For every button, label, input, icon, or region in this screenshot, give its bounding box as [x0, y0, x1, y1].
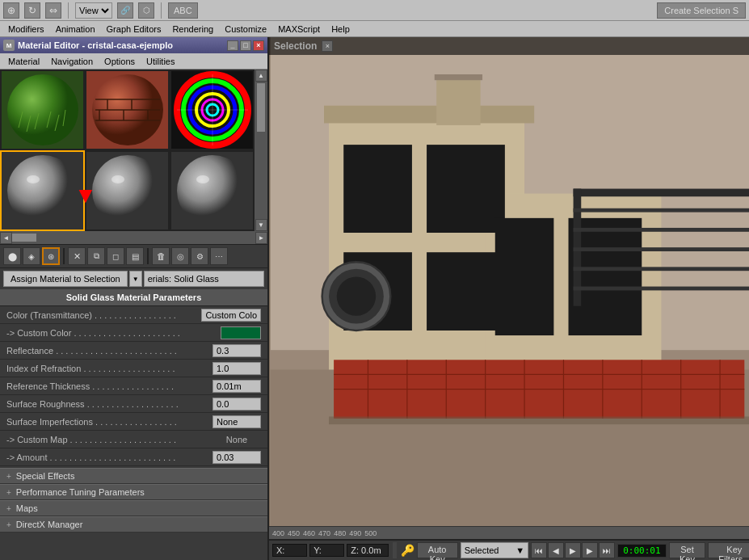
param-custom-color: -> Custom Color . . . . . . . . . . . . … [0, 324, 267, 342]
material-name-display: erials: Solid Glass [144, 271, 264, 287]
mat-menu-material[interactable]: Material [3, 55, 44, 68]
selected-dropdown[interactable]: Selected ▼ [461, 542, 529, 558]
param-color-transmittance: Color (Transmittance) . . . . . . . . . … [0, 306, 267, 324]
menu-help[interactable]: Help [326, 23, 355, 36]
tb-btn-show[interactable]: ▤ [126, 247, 144, 265]
pb-skip-start[interactable]: ⏮ [531, 542, 547, 558]
param-reflectance: Reflectance . . . . . . . . . . . . . . … [0, 342, 267, 360]
toolbar-icon-move[interactable]: ⊕ [3, 2, 19, 19]
mat-editor-min-btn[interactable]: _ [227, 40, 238, 51]
assign-material-row: Assign Material to Selection ▼ erials: S… [0, 268, 267, 289]
selected-label: Selected [465, 545, 499, 555]
menu-customize[interactable]: Customize [220, 23, 271, 36]
pb-play[interactable]: ▶ [565, 542, 581, 558]
pb-skip-end[interactable]: ⏭ [599, 542, 615, 558]
mat-cell-sphere2[interactable] [85, 150, 170, 231]
param-color-swatch[interactable] [221, 326, 261, 339]
toolbar-icon-link[interactable]: 🔗 [117, 2, 133, 19]
section-directx[interactable]: + DirectX Manager [0, 516, 267, 533]
toolbar-icon-rotate[interactable]: ↻ [24, 2, 40, 19]
section-label-2: Performance Tuning Parameters [16, 487, 145, 497]
playback-controls: ⏮ ◀ ▶ ▶ ⏭ [531, 542, 615, 558]
toolbar-icon-network[interactable]: ⬡ [138, 2, 154, 19]
menu-rendering[interactable]: Rendering [167, 23, 218, 36]
set-key-btn[interactable]: Set Key [669, 542, 706, 558]
mat-editor-close-btn[interactable]: × [253, 40, 264, 51]
mat-editor-menubar: Material Navigation Options Utilities [0, 53, 267, 69]
mat-menu-navigation[interactable]: Navigation [46, 55, 98, 68]
mat-menu-options[interactable]: Options [99, 55, 140, 68]
scroll-down-arrow[interactable]: ▼ [255, 219, 267, 231]
scroll-thumb-vert[interactable] [257, 83, 265, 132]
param-value-3[interactable]: 1.0 [212, 362, 261, 375]
menu-modifiers[interactable]: Modifiers [3, 23, 49, 36]
key-icon: 🔑 [401, 544, 414, 557]
section-arrow-4: + [6, 520, 11, 529]
param-value-6[interactable]: None [212, 415, 261, 428]
section-perf-tuning[interactable]: + Performance Tuning Parameters [0, 484, 267, 500]
param-label-6: Surface Imperfections . . . . . . . . . … [6, 417, 212, 427]
tb-btn-delete[interactable]: ✕ [68, 247, 86, 265]
assign-dropdown-arrow[interactable]: ▼ [129, 271, 142, 287]
toolbar-icon-abc[interactable]: ABC [168, 2, 198, 19]
param-value-2[interactable]: 0.3 [212, 344, 261, 357]
mat-hscrollbar[interactable]: ◄ ► [0, 231, 267, 244]
param-value-8[interactable]: 0.03 [212, 451, 261, 464]
mat-cell-brick[interactable] [85, 69, 170, 150]
tb-btn-pick[interactable]: ◎ [171, 247, 189, 265]
menu-animation[interactable]: Animation [51, 23, 100, 36]
param-value-0[interactable]: Custom Colo [201, 309, 261, 322]
mat-editor-max-btn[interactable]: □ [240, 40, 251, 51]
tb-btn-settings[interactable]: ⚙ [191, 247, 208, 265]
svg-point-30 [196, 175, 209, 183]
param-value-4[interactable]: 0.01m [212, 380, 261, 393]
tb-btn-more[interactable]: ⋯ [210, 247, 228, 265]
scroll-hthumb[interactable] [12, 234, 36, 242]
viewport-close-btn[interactable]: × [322, 40, 333, 52]
svg-rect-49 [574, 247, 749, 251]
tb-btn-unique[interactable]: ◻ [107, 247, 124, 265]
scroll-up-arrow[interactable]: ▲ [255, 69, 267, 82]
tb-btn-assign-active[interactable]: ⊛ [42, 247, 60, 265]
scroll-left-arrow[interactable]: ◄ [0, 232, 12, 244]
param-label-8: -> Amount . . . . . . . . . . . . . . . … [6, 453, 212, 462]
svg-rect-51 [574, 287, 749, 291]
section-special-effects[interactable]: + Special Effects [0, 468, 267, 484]
param-value-5[interactable]: 0.0 [212, 398, 261, 411]
tb-btn-copy[interactable]: ⧉ [87, 247, 105, 265]
coord-y: Y: [309, 544, 344, 557]
create-selection-btn[interactable]: Create Selection S [657, 2, 746, 19]
timeline-bar[interactable]: 400 450 460 470 480 490 500 600 700 [269, 526, 749, 539]
timeline-mark-450: 450 [288, 529, 300, 537]
key-filters-btn[interactable]: Key Filters... [708, 542, 749, 558]
timeline-mark-470: 470 [318, 529, 330, 537]
svg-point-28 [112, 175, 124, 183]
scroll-right-arrow[interactable]: ► [255, 232, 267, 244]
svg-point-69 [337, 276, 376, 315]
pb-next-frame[interactable]: ▶ [582, 542, 598, 558]
menu-graph-editors[interactable]: Graph Editors [102, 23, 166, 36]
tb-btn-render[interactable]: ◈ [23, 247, 40, 265]
section-maps[interactable]: + Maps [0, 500, 267, 516]
param-roughness: Surface Roughness . . . . . . . . . . . … [0, 395, 267, 413]
svg-point-0 [7, 74, 78, 145]
mat-cell-sphere3[interactable] [170, 150, 255, 231]
svg-rect-38 [343, 145, 412, 233]
menu-maxscript[interactable]: MAXScript [273, 23, 325, 36]
viewport[interactable]: Selection × [269, 37, 749, 526]
app-menu-bar: Modifiers Animation Graph Editors Render… [0, 21, 749, 37]
mat-grid-scrollbar[interactable]: ▲ ▼ [255, 69, 267, 231]
svg-point-27 [92, 155, 163, 226]
mat-menu-utilities[interactable]: Utilities [141, 55, 179, 68]
view-dropdown[interactable]: View [75, 2, 112, 19]
assign-material-btn[interactable]: Assign Material to Selection [3, 271, 128, 287]
mat-cell-grass[interactable] [0, 69, 85, 150]
mat-cell-spiral[interactable] [170, 69, 255, 150]
auto-key-btn[interactable]: Auto Key [417, 542, 458, 558]
mat-cell-sphere1[interactable] [0, 150, 85, 231]
pb-prev-frame[interactable]: ◀ [548, 542, 564, 558]
tb-btn-sphere-type[interactable]: ⬤ [3, 247, 21, 265]
viewport-label: Selection [274, 40, 317, 52]
tb-btn-delete2[interactable]: 🗑 [152, 247, 170, 265]
toolbar-icon-scale[interactable]: ⇔ [45, 2, 61, 19]
